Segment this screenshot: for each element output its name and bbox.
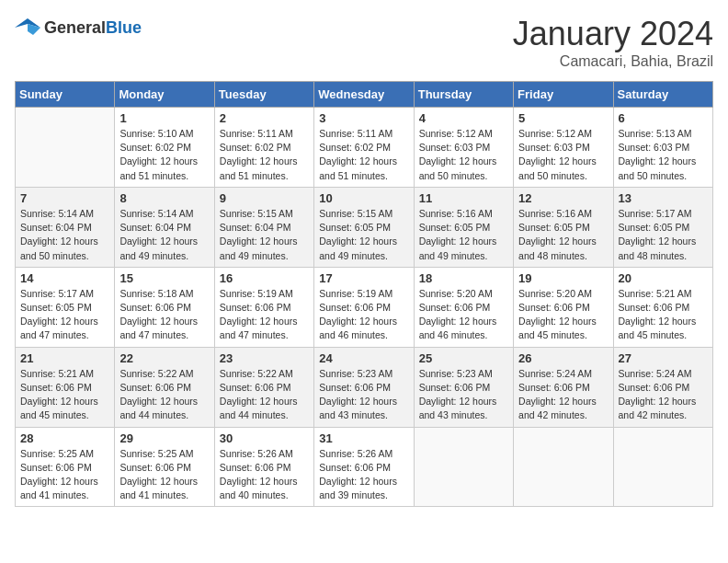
calendar-week-row: 21Sunrise: 5:21 AM Sunset: 6:06 PM Dayli… <box>16 347 713 427</box>
calendar-day-cell <box>414 427 513 507</box>
day-info: Sunrise: 5:26 AM Sunset: 6:06 PM Dayligh… <box>220 447 309 503</box>
day-number: 7 <box>20 191 109 205</box>
day-info: Sunrise: 5:21 AM Sunset: 6:06 PM Dayligh… <box>619 287 708 343</box>
day-info: Sunrise: 5:19 AM Sunset: 6:06 PM Dayligh… <box>220 287 309 343</box>
calendar-day-cell: 8Sunrise: 5:14 AM Sunset: 6:04 PM Daylig… <box>115 187 214 267</box>
day-number: 27 <box>619 351 708 365</box>
day-number: 20 <box>619 271 708 285</box>
location-title: Camacari, Bahia, Brazil <box>513 53 713 70</box>
calendar-day-cell: 19Sunrise: 5:20 AM Sunset: 6:06 PM Dayli… <box>514 267 613 347</box>
calendar-day-cell: 25Sunrise: 5:23 AM Sunset: 6:06 PM Dayli… <box>414 347 513 427</box>
day-info: Sunrise: 5:19 AM Sunset: 6:06 PM Dayligh… <box>319 287 408 343</box>
calendar-day-cell: 5Sunrise: 5:12 AM Sunset: 6:03 PM Daylig… <box>514 108 613 188</box>
column-header-friday: Friday <box>514 82 613 108</box>
day-number: 2 <box>220 111 309 125</box>
calendar-day-cell: 31Sunrise: 5:26 AM Sunset: 6:06 PM Dayli… <box>314 427 414 507</box>
day-info: Sunrise: 5:18 AM Sunset: 6:06 PM Dayligh… <box>119 287 209 343</box>
calendar-header-row: SundayMondayTuesdayWednesdayThursdayFrid… <box>16 82 713 108</box>
day-info: Sunrise: 5:26 AM Sunset: 6:06 PM Dayligh… <box>319 447 408 503</box>
day-number: 11 <box>419 191 508 205</box>
day-number: 14 <box>20 271 109 285</box>
calendar-day-cell: 17Sunrise: 5:19 AM Sunset: 6:06 PM Dayli… <box>314 267 414 347</box>
day-info: Sunrise: 5:11 AM Sunset: 6:02 PM Dayligh… <box>319 127 408 183</box>
column-header-tuesday: Tuesday <box>214 82 313 108</box>
month-title: January 2024 <box>513 15 713 53</box>
logo: GeneralBlue <box>15 15 142 40</box>
calendar-day-cell: 14Sunrise: 5:17 AM Sunset: 6:05 PM Dayli… <box>16 267 115 347</box>
day-number: 19 <box>518 271 608 285</box>
calendar-day-cell: 3Sunrise: 5:11 AM Sunset: 6:02 PM Daylig… <box>314 108 414 188</box>
day-info: Sunrise: 5:10 AM Sunset: 6:02 PM Dayligh… <box>119 127 209 183</box>
logo-text: GeneralBlue <box>44 18 142 38</box>
calendar-week-row: 14Sunrise: 5:17 AM Sunset: 6:05 PM Dayli… <box>16 267 713 347</box>
day-info: Sunrise: 5:23 AM Sunset: 6:06 PM Dayligh… <box>319 367 408 423</box>
column-header-saturday: Saturday <box>613 82 712 108</box>
calendar-day-cell: 4Sunrise: 5:12 AM Sunset: 6:03 PM Daylig… <box>414 108 513 188</box>
calendar-day-cell: 11Sunrise: 5:16 AM Sunset: 6:05 PM Dayli… <box>414 187 513 267</box>
day-info: Sunrise: 5:15 AM Sunset: 6:05 PM Dayligh… <box>319 207 408 263</box>
calendar-day-cell: 27Sunrise: 5:24 AM Sunset: 6:06 PM Dayli… <box>613 347 712 427</box>
day-info: Sunrise: 5:22 AM Sunset: 6:06 PM Dayligh… <box>119 367 209 423</box>
calendar-day-cell: 6Sunrise: 5:13 AM Sunset: 6:03 PM Daylig… <box>613 108 712 188</box>
day-info: Sunrise: 5:25 AM Sunset: 6:06 PM Dayligh… <box>20 447 109 503</box>
day-number: 9 <box>220 191 309 205</box>
calendar-day-cell: 12Sunrise: 5:16 AM Sunset: 6:05 PM Dayli… <box>514 187 613 267</box>
calendar-table: SundayMondayTuesdayWednesdayThursdayFrid… <box>15 81 713 507</box>
day-info: Sunrise: 5:16 AM Sunset: 6:05 PM Dayligh… <box>419 207 508 263</box>
calendar-day-cell: 2Sunrise: 5:11 AM Sunset: 6:02 PM Daylig… <box>214 108 313 188</box>
calendar-day-cell <box>16 108 115 188</box>
calendar-day-cell: 13Sunrise: 5:17 AM Sunset: 6:05 PM Dayli… <box>613 187 712 267</box>
calendar-title-area: January 2024 Camacari, Bahia, Brazil <box>513 15 713 70</box>
day-info: Sunrise: 5:25 AM Sunset: 6:06 PM Dayligh… <box>119 447 209 503</box>
day-number: 13 <box>619 191 708 205</box>
day-info: Sunrise: 5:11 AM Sunset: 6:02 PM Dayligh… <box>220 127 309 183</box>
day-number: 1 <box>119 111 209 125</box>
calendar-day-cell: 24Sunrise: 5:23 AM Sunset: 6:06 PM Dayli… <box>314 347 414 427</box>
day-info: Sunrise: 5:16 AM Sunset: 6:05 PM Dayligh… <box>518 207 608 263</box>
day-info: Sunrise: 5:24 AM Sunset: 6:06 PM Dayligh… <box>518 367 608 423</box>
calendar-day-cell <box>613 427 712 507</box>
day-info: Sunrise: 5:15 AM Sunset: 6:04 PM Dayligh… <box>220 207 309 263</box>
column-header-monday: Monday <box>115 82 214 108</box>
day-number: 5 <box>518 111 608 125</box>
day-number: 22 <box>119 351 209 365</box>
calendar-day-cell <box>514 427 613 507</box>
column-header-thursday: Thursday <box>414 82 513 108</box>
calendar-day-cell: 21Sunrise: 5:21 AM Sunset: 6:06 PM Dayli… <box>16 347 115 427</box>
day-number: 25 <box>419 351 508 365</box>
day-info: Sunrise: 5:23 AM Sunset: 6:06 PM Dayligh… <box>419 367 508 423</box>
page-header: GeneralBlue January 2024 Camacari, Bahia… <box>15 15 713 70</box>
calendar-day-cell: 7Sunrise: 5:14 AM Sunset: 6:04 PM Daylig… <box>16 187 115 267</box>
day-number: 28 <box>20 431 109 445</box>
day-number: 18 <box>419 271 508 285</box>
day-info: Sunrise: 5:20 AM Sunset: 6:06 PM Dayligh… <box>518 287 608 343</box>
calendar-day-cell: 29Sunrise: 5:25 AM Sunset: 6:06 PM Dayli… <box>115 427 214 507</box>
day-number: 26 <box>518 351 608 365</box>
day-number: 16 <box>220 271 309 285</box>
calendar-day-cell: 1Sunrise: 5:10 AM Sunset: 6:02 PM Daylig… <box>115 108 214 188</box>
day-number: 31 <box>319 431 408 445</box>
logo-general: General <box>44 18 106 37</box>
calendar-day-cell: 18Sunrise: 5:20 AM Sunset: 6:06 PM Dayli… <box>414 267 513 347</box>
day-info: Sunrise: 5:14 AM Sunset: 6:04 PM Dayligh… <box>119 207 209 263</box>
day-info: Sunrise: 5:22 AM Sunset: 6:06 PM Dayligh… <box>220 367 309 423</box>
day-number: 21 <box>20 351 109 365</box>
calendar-week-row: 7Sunrise: 5:14 AM Sunset: 6:04 PM Daylig… <box>16 187 713 267</box>
calendar-day-cell: 10Sunrise: 5:15 AM Sunset: 6:05 PM Dayli… <box>314 187 414 267</box>
day-info: Sunrise: 5:12 AM Sunset: 6:03 PM Dayligh… <box>419 127 508 183</box>
day-number: 6 <box>619 111 708 125</box>
day-info: Sunrise: 5:24 AM Sunset: 6:06 PM Dayligh… <box>619 367 708 423</box>
day-number: 24 <box>319 351 408 365</box>
calendar-day-cell: 28Sunrise: 5:25 AM Sunset: 6:06 PM Dayli… <box>16 427 115 507</box>
day-info: Sunrise: 5:17 AM Sunset: 6:05 PM Dayligh… <box>20 287 109 343</box>
calendar-day-cell: 16Sunrise: 5:19 AM Sunset: 6:06 PM Dayli… <box>214 267 313 347</box>
day-number: 10 <box>319 191 408 205</box>
calendar-day-cell: 22Sunrise: 5:22 AM Sunset: 6:06 PM Dayli… <box>115 347 214 427</box>
calendar-day-cell: 23Sunrise: 5:22 AM Sunset: 6:06 PM Dayli… <box>214 347 313 427</box>
day-number: 3 <box>319 111 408 125</box>
day-number: 29 <box>119 431 209 445</box>
calendar-day-cell: 26Sunrise: 5:24 AM Sunset: 6:06 PM Dayli… <box>514 347 613 427</box>
column-header-wednesday: Wednesday <box>314 82 414 108</box>
day-info: Sunrise: 5:21 AM Sunset: 6:06 PM Dayligh… <box>20 367 109 423</box>
day-info: Sunrise: 5:12 AM Sunset: 6:03 PM Dayligh… <box>518 127 608 183</box>
